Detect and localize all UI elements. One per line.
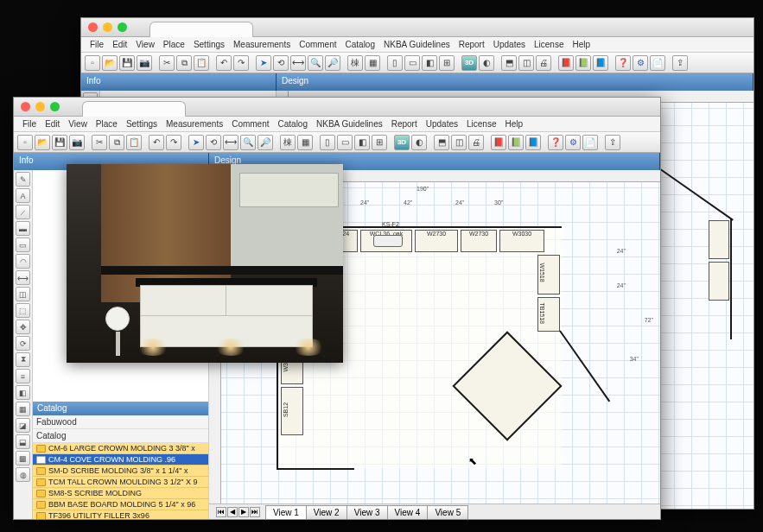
- menu-item[interactable]: Comment: [296, 39, 340, 50]
- menu-item[interactable]: Place: [92, 118, 121, 130]
- export-icon[interactable]: ⇪: [605, 135, 620, 150]
- zoom-in-icon[interactable]: 🔍: [240, 135, 256, 150]
- select-icon[interactable]: ⬚: [16, 303, 30, 318]
- zoom-out-icon[interactable]: 🔎: [325, 55, 340, 71]
- help-icon[interactable]: ❓: [548, 135, 563, 150]
- menu-item[interactable]: File: [19, 118, 40, 130]
- camera-icon[interactable]: 📷: [137, 55, 152, 71]
- menu-item[interactable]: Updates: [423, 118, 461, 130]
- view-tab[interactable]: View 5: [427, 505, 468, 519]
- menu-item[interactable]: Help: [501, 118, 526, 130]
- rotate-tool-icon[interactable]: ⟳: [16, 336, 30, 351]
- catalog3-icon[interactable]: 📘: [525, 135, 541, 150]
- catalog-item[interactable]: TCM TALL CROWN MOULDING 3 1/2" X 9: [33, 477, 208, 488]
- settings-icon[interactable]: ⚙: [633, 55, 648, 71]
- mirror-icon[interactable]: ⧗: [16, 352, 30, 367]
- tool-icon[interactable]: 棟: [347, 55, 363, 71]
- menu-item[interactable]: NKBA Guidelines: [313, 118, 386, 130]
- view-tab[interactable]: View 1: [265, 505, 307, 519]
- rotate-icon[interactable]: ⟲: [273, 55, 289, 71]
- rotate-icon[interactable]: ⟲: [206, 135, 221, 150]
- menu-item[interactable]: Catalog: [275, 118, 311, 130]
- menu-item[interactable]: Help: [569, 39, 594, 50]
- elevation-icon[interactable]: ⬒: [434, 135, 449, 150]
- 3d-icon[interactable]: 3D: [461, 55, 477, 71]
- cabinet-tool-icon[interactable]: ◫: [16, 287, 30, 301]
- catalog-item[interactable]: CM-6 LARGE CROWN MOLDING 3 3/8" x: [33, 443, 208, 454]
- line-icon[interactable]: ⟋: [16, 205, 30, 219]
- measure-icon[interactable]: ⟷: [290, 55, 306, 71]
- save-icon[interactable]: 💾: [119, 55, 135, 71]
- text-icon[interactable]: A: [16, 188, 30, 203]
- menu-item[interactable]: View: [65, 118, 91, 130]
- rect-icon[interactable]: ▭: [16, 238, 30, 252]
- catalog-icon[interactable]: 📕: [558, 55, 574, 71]
- measure-icon[interactable]: ⟷: [223, 135, 238, 150]
- catalog2-icon[interactable]: 📗: [508, 135, 524, 150]
- wall-icon[interactable]: ▭: [337, 135, 353, 150]
- catalog-item[interactable]: CM-4 COVE CROWN MOLDING .96: [33, 454, 208, 466]
- menu-item[interactable]: Comment: [228, 118, 272, 130]
- redo-icon[interactable]: ↷: [166, 135, 181, 150]
- paste-icon[interactable]: 📋: [126, 135, 142, 150]
- zoom-icon[interactable]: [118, 22, 127, 32]
- zoom-in-icon[interactable]: 🔍: [308, 55, 323, 71]
- catalog-source[interactable]: Fabuwood: [33, 415, 208, 429]
- view-tab[interactable]: View 4: [387, 505, 429, 519]
- undo-icon[interactable]: ↶: [149, 135, 164, 150]
- info-panel-header[interactable]: Info: [81, 73, 277, 91]
- menu-item[interactable]: License: [531, 39, 567, 50]
- report-icon[interactable]: 📄: [582, 135, 598, 150]
- window-icon[interactable]: ⊞: [439, 55, 455, 71]
- save-icon[interactable]: 💾: [52, 135, 67, 150]
- menu-item[interactable]: Measurements: [162, 118, 226, 130]
- camera-icon[interactable]: 📷: [69, 135, 85, 150]
- menu-item[interactable]: File: [86, 39, 107, 50]
- catalog-icon[interactable]: 📕: [491, 135, 506, 150]
- close-icon[interactable]: [21, 102, 30, 111]
- perspective-icon[interactable]: ◫: [451, 135, 467, 150]
- zoom-out-icon[interactable]: 🔎: [258, 135, 273, 150]
- extra5-icon[interactable]: ◍: [16, 467, 30, 482]
- door-icon[interactable]: ◧: [354, 135, 370, 150]
- tool-icon[interactable]: 棟: [280, 135, 296, 150]
- pencil-icon[interactable]: ✎: [16, 172, 30, 187]
- first-tab-icon[interactable]: ⏮: [216, 507, 226, 517]
- wall-tool-icon[interactable]: ▬: [16, 221, 30, 236]
- catalog-item[interactable]: TF396 UTILITY FILLER 3x96: [33, 510, 208, 519]
- perspective-icon[interactable]: ◫: [518, 55, 534, 71]
- menu-item[interactable]: NKBA Guidelines: [380, 39, 454, 50]
- view-tab[interactable]: View 2: [306, 505, 347, 519]
- menu-item[interactable]: Measurements: [230, 39, 294, 50]
- catalog-item[interactable]: BBM BASE BOARD MOLDING 5 1/4" x 96: [33, 499, 208, 510]
- prev-tab-icon[interactable]: ◀: [227, 507, 238, 517]
- catalog2-icon[interactable]: 📗: [575, 55, 591, 71]
- new-icon[interactable]: ▫: [85, 55, 100, 71]
- extra2-icon[interactable]: ◪: [16, 418, 30, 433]
- settings-icon[interactable]: ⚙: [565, 135, 581, 150]
- group-icon[interactable]: ▦: [297, 135, 313, 150]
- zoom-icon[interactable]: [50, 102, 60, 111]
- catalog3-icon[interactable]: 📘: [593, 55, 608, 71]
- cabinet-icon[interactable]: ▯: [387, 55, 403, 71]
- help-icon[interactable]: ❓: [615, 55, 631, 71]
- design-panel-header[interactable]: Design: [277, 73, 753, 91]
- copy-icon[interactable]: ⧉: [176, 55, 192, 71]
- catalog-list[interactable]: CM-6 LARGE CROWN MOLDING 3 3/8" xCM-4 CO…: [33, 443, 208, 519]
- next-tab-icon[interactable]: ▶: [238, 507, 249, 517]
- redo-icon[interactable]: ↷: [233, 55, 249, 71]
- minimize-icon[interactable]: [35, 102, 45, 111]
- group-icon[interactable]: ▦: [365, 55, 380, 71]
- catalog-subheader[interactable]: Catalog: [33, 429, 208, 443]
- browser-tab[interactable]: [82, 101, 186, 117]
- browser-tab[interactable]: [149, 22, 253, 37]
- extra3-icon[interactable]: ⬓: [16, 434, 30, 449]
- 3d-icon[interactable]: 3D: [394, 135, 410, 150]
- undo-icon[interactable]: ↶: [216, 55, 232, 71]
- catalog-panel-header[interactable]: Catalog: [33, 402, 208, 415]
- cut-icon[interactable]: ✂: [159, 55, 175, 71]
- pointer-icon[interactable]: ➤: [188, 135, 204, 150]
- extra-icon[interactable]: ▦: [16, 402, 30, 416]
- arc-icon[interactable]: ◠: [16, 254, 30, 269]
- export-icon[interactable]: ⇪: [672, 55, 688, 71]
